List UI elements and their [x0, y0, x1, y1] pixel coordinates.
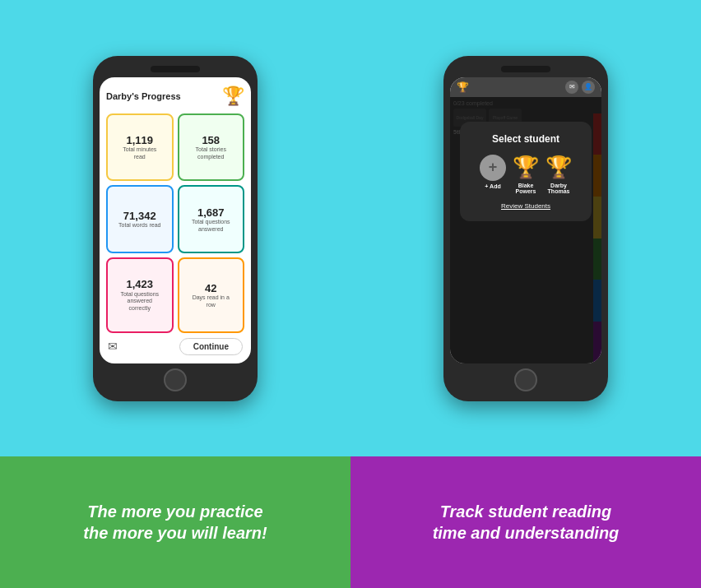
continue-button[interactable]: Continue — [179, 338, 243, 355]
stat-number-words: 71,342 — [123, 210, 156, 223]
left-phone: Darby's Progress 🏆 1,119 Total minutesre… — [93, 56, 258, 401]
progress-title: Darby's Progress — [106, 91, 181, 101]
left-phone-screen: Darby's Progress 🏆 1,119 Total minutesre… — [100, 77, 251, 363]
student-item-blake[interactable]: 🏆 BlakePowers — [513, 155, 539, 194]
stats-grid: 1,119 Total minutesread 158 Total storie… — [106, 113, 244, 333]
stat-card-words: 71,342 Total words read — [106, 185, 174, 253]
stat-label-minutes: Total minutesread — [123, 146, 156, 160]
phone-home-button-right[interactable] — [514, 368, 537, 391]
student-name-darby: DarbyThomas — [548, 183, 570, 194]
bottom-right-text: Track student readingtime and understand… — [433, 501, 620, 544]
profile-icon-circle[interactable]: 👤 — [582, 81, 595, 94]
right-panel: 🏆 ✉ 👤 0/23 completed Dodgeball Day — [350, 0, 701, 456]
stat-card-stories: 158 Total storiescompleted — [178, 113, 245, 182]
trophy-icon-sm: 🏆 — [457, 81, 469, 93]
progress-header: Darby's Progress 🏆 — [106, 86, 244, 107]
top-section: Darby's Progress 🏆 1,119 Total minutesre… — [0, 0, 701, 456]
stat-label-stories: Total storiescompleted — [196, 146, 226, 160]
stat-card-questions: 1,687 Total questionsanswered — [178, 185, 245, 253]
phone-notch-right — [501, 66, 550, 72]
right-phone: 🏆 ✉ 👤 0/23 completed Dodgeball Day — [443, 56, 608, 401]
add-circle[interactable]: + — [480, 155, 506, 181]
bottom-section: The more you practicethe more you will l… — [0, 456, 701, 588]
stat-label-words: Total words read — [118, 222, 160, 229]
student-name-add: + Add — [485, 183, 500, 189]
message-icon[interactable]: ✉ — [108, 340, 118, 353]
stat-label-questions: Total questionsanswered — [192, 219, 230, 233]
stat-number-stories: 158 — [202, 134, 220, 147]
stat-number-minutes: 1,119 — [126, 134, 153, 147]
student-item-darby[interactable]: 🏆 DarbyThomas — [545, 155, 572, 194]
top-bar-icons: ✉ 👤 — [565, 81, 595, 94]
stat-label-correct: Total questionsansweredcorrectly — [120, 291, 159, 312]
student-item-add[interactable]: + + Add — [480, 155, 506, 194]
student-list: + + Add 🏆 BlakePowers 🏆 — [470, 155, 582, 194]
review-students-link[interactable]: Review Students — [470, 202, 582, 210]
stat-number-days: 42 — [205, 282, 216, 295]
select-modal: Select student + + Add 🏆 Bl — [460, 122, 592, 221]
left-panel: Darby's Progress 🏆 1,119 Total minutesre… — [0, 0, 350, 456]
stat-number-questions: 1,687 — [197, 206, 225, 220]
mail-icon-circle[interactable]: ✉ — [565, 81, 578, 94]
trophy-darby: 🏆 — [545, 155, 572, 180]
stat-number-correct: 1,423 — [126, 278, 153, 291]
stat-card-correct: 1,423 Total questionsansweredcorrectly — [106, 257, 174, 332]
phone-top-bar: 🏆 ✉ 👤 — [450, 77, 601, 97]
modal-overlay: Select student + + Add 🏆 Bl — [450, 97, 601, 363]
phone-notch-left — [151, 66, 200, 72]
trophy-blake: 🏆 — [513, 155, 539, 180]
phone-home-button-left[interactable] — [164, 368, 187, 391]
bottom-left-text: The more you practicethe more you will l… — [83, 501, 267, 544]
student-name-blake: BlakePowers — [516, 183, 536, 194]
select-student-title: Select student — [470, 133, 582, 145]
stat-card-days: 42 Days read in arow — [178, 257, 245, 332]
stat-label-days: Days read in arow — [193, 294, 230, 308]
bottom-left-panel: The more you practicethe more you will l… — [0, 456, 350, 588]
trophy-icon-large: 🏆 — [222, 86, 244, 107]
right-phone-screen: 🏆 ✉ 👤 0/23 completed Dodgeball Day — [450, 77, 601, 363]
bottom-right-panel: Track student readingtime and understand… — [350, 456, 701, 588]
progress-screen: Darby's Progress 🏆 1,119 Total minutesre… — [100, 77, 251, 363]
stat-card-minutes: 1,119 Total minutesread — [106, 113, 174, 182]
progress-footer: ✉ Continue — [106, 338, 244, 355]
